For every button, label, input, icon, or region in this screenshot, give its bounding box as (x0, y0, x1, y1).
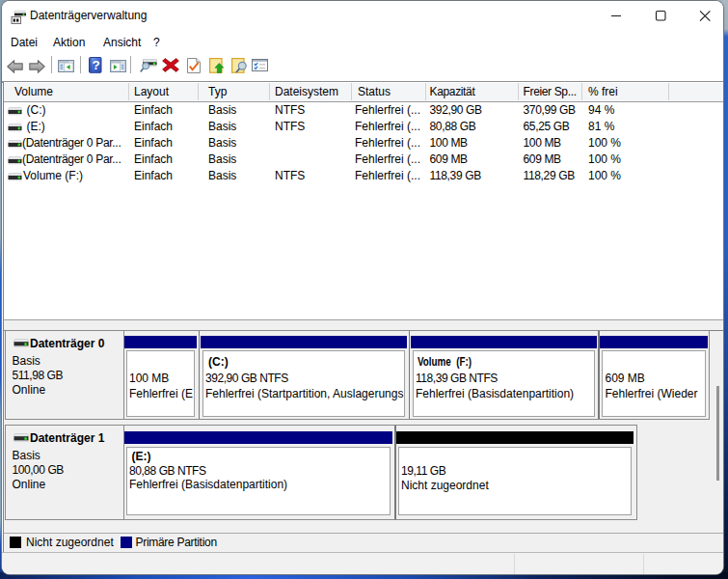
svg-text:?: ? (92, 58, 99, 72)
